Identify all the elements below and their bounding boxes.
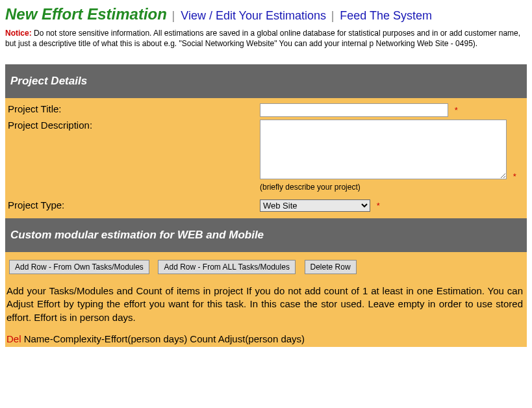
add-row-own-button[interactable]: Add Row - From Own Tasks/Modules	[9, 260, 149, 274]
project-description-hint: (briefly describe your project)	[260, 183, 526, 192]
project-type-label: Project Type:	[6, 199, 260, 210]
project-title-input[interactable]	[260, 103, 448, 117]
required-mark: *	[513, 172, 516, 181]
notice-text: Do not store sensitive information. All …	[5, 29, 520, 48]
section-custom-modular: Custom modular estimation for WEB and Mo…	[5, 218, 527, 252]
project-title-label: Project Title:	[6, 103, 260, 114]
nav-view-edit[interactable]: View / Edit Your Estimations	[181, 9, 326, 22]
col-rest: Name-Complexity-Effort(person days) Coun…	[21, 333, 305, 344]
required-mark: *	[455, 105, 458, 115]
project-type-select[interactable]: Web Site	[260, 199, 370, 212]
required-mark: *	[377, 201, 380, 210]
column-headers: Del Name-Complexity-Effort(person days) …	[5, 327, 527, 347]
notice-block: Notice: Do not store sensitive informati…	[5, 29, 527, 49]
page-title: New Effort Estimation	[5, 5, 167, 23]
notice-label: Notice:	[5, 29, 32, 38]
row-buttons: Add Row - From Own Tasks/Modules Add Row…	[5, 252, 527, 278]
nav-separator: |	[331, 9, 338, 22]
project-description-label: Project Description:	[6, 120, 260, 131]
col-del: Del	[6, 333, 21, 344]
nav-feed-system[interactable]: Feed The System	[340, 9, 432, 22]
add-row-all-button[interactable]: Add Row - From ALL Tasks/Modules	[158, 260, 295, 274]
tasks-info-text: Add your Tasks/Modules and Count of item…	[5, 278, 527, 327]
project-description-input[interactable]	[260, 120, 507, 179]
section-project-details: Project Details	[5, 64, 527, 98]
nav-separator: |	[172, 9, 179, 22]
delete-row-button[interactable]: Delete Row	[305, 260, 357, 274]
project-details-form: Project Title: * Project Description: * …	[5, 98, 527, 218]
